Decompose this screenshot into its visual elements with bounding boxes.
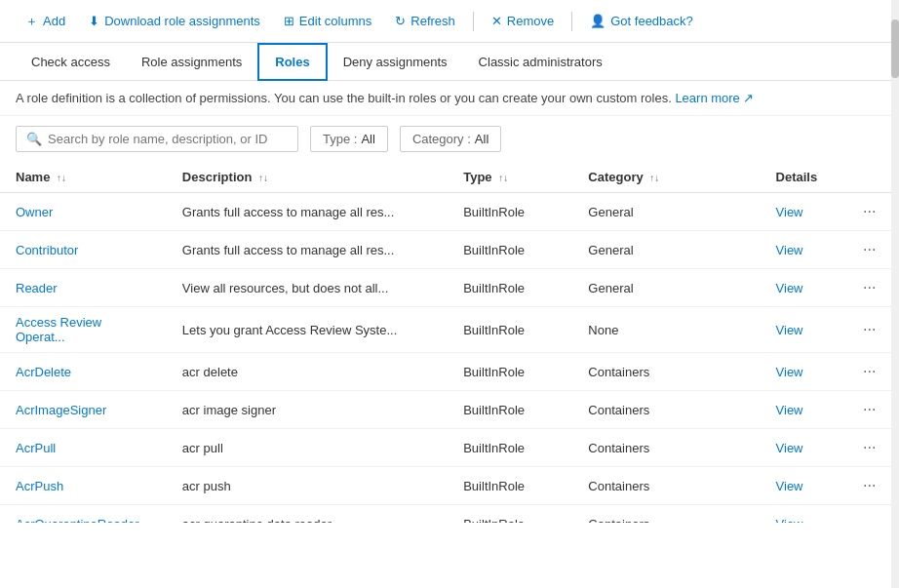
search-input[interactable] bbox=[48, 132, 288, 146]
cell-details: View bbox=[761, 505, 843, 524]
name-link[interactable]: AcrPush bbox=[16, 479, 63, 493]
table-row: Reader View all resources, but does not … bbox=[0, 269, 899, 307]
filter-bar: 🔍 Type : All Category : All bbox=[0, 116, 899, 162]
cell-description: View all resources, but does not all... bbox=[167, 269, 448, 307]
cell-type: BuiltInRole bbox=[448, 353, 572, 391]
scrollbar[interactable] bbox=[891, 0, 899, 588]
cell-details: View bbox=[761, 467, 843, 505]
cell-name: AcrQuarantineReader bbox=[0, 505, 167, 524]
cell-name: Contributor bbox=[0, 231, 167, 269]
table-body: Owner Grants full access to manage all r… bbox=[0, 193, 899, 524]
tab-classic-administrators[interactable]: Classic administrators bbox=[463, 45, 618, 79]
view-link[interactable]: View bbox=[776, 323, 803, 337]
remove-button[interactable]: ✕ Remove bbox=[482, 9, 564, 33]
category-filter[interactable]: Category : All bbox=[400, 126, 501, 152]
cell-type: BuiltInRole bbox=[448, 505, 572, 524]
separator-1 bbox=[473, 12, 474, 31]
add-button[interactable]: ＋ Add bbox=[16, 8, 75, 35]
cell-description: acr push bbox=[167, 467, 448, 505]
learn-more-link[interactable]: Learn more ↗ bbox=[675, 91, 754, 105]
tab-roles[interactable]: Roles bbox=[257, 43, 327, 81]
cell-type: BuiltInRole bbox=[448, 193, 572, 231]
more-options-button[interactable]: ··· bbox=[859, 319, 879, 340]
feedback-button[interactable]: 👤 Got feedback? bbox=[580, 9, 703, 33]
toolbar: ＋ Add ⬇ Download role assignments ⊞ Edit… bbox=[0, 0, 899, 43]
tab-deny-assignments[interactable]: Deny assignments bbox=[328, 45, 463, 79]
name-link[interactable]: AcrPull bbox=[16, 441, 56, 455]
table-row: Access Review Operat... Lets you grant A… bbox=[0, 307, 899, 353]
cell-category: Containers bbox=[572, 391, 760, 429]
cell-description: acr pull bbox=[167, 429, 448, 467]
view-link[interactable]: View bbox=[776, 205, 803, 219]
remove-icon: ✕ bbox=[491, 14, 502, 28]
cell-name: AcrImageSigner bbox=[0, 391, 167, 429]
more-options-button[interactable]: ··· bbox=[859, 513, 879, 523]
cell-type: BuiltInRole bbox=[448, 467, 572, 505]
cell-category: General bbox=[572, 231, 760, 269]
more-options-button[interactable]: ··· bbox=[859, 475, 879, 496]
name-link[interactable]: Access Review Operat... bbox=[16, 315, 101, 344]
col-header-details: Details bbox=[761, 162, 843, 193]
cell-description: acr delete bbox=[167, 353, 448, 391]
view-link[interactable]: View bbox=[776, 441, 803, 455]
view-link[interactable]: View bbox=[776, 479, 803, 493]
type-filter[interactable]: Type : All bbox=[310, 126, 388, 152]
feedback-icon: 👤 bbox=[590, 14, 606, 28]
cell-name: AcrPush bbox=[0, 467, 167, 505]
cell-type: BuiltInRole bbox=[448, 391, 572, 429]
view-link[interactable]: View bbox=[776, 403, 803, 417]
cell-name: AcrPull bbox=[0, 429, 167, 467]
name-link[interactable]: AcrImageSigner bbox=[16, 403, 106, 417]
cell-category: Containers bbox=[572, 429, 760, 467]
edit-columns-button[interactable]: ⊞ Edit columns bbox=[274, 9, 381, 33]
more-options-button[interactable]: ··· bbox=[859, 361, 879, 382]
cell-name: Reader bbox=[0, 269, 167, 307]
refresh-button[interactable]: ↻ Refresh bbox=[385, 9, 465, 33]
cell-details: View bbox=[761, 269, 843, 307]
info-text: A role definition is a collection of per… bbox=[16, 91, 672, 105]
more-options-button[interactable]: ··· bbox=[859, 201, 879, 222]
name-link[interactable]: Reader bbox=[16, 281, 58, 295]
search-icon: 🔍 bbox=[26, 132, 42, 146]
refresh-icon: ↻ bbox=[395, 14, 406, 28]
columns-icon: ⊞ bbox=[284, 14, 294, 28]
sort-icon-type: ↑↓ bbox=[498, 173, 508, 183]
table-header-row: Name ↑↓ Description ↑↓ Type ↑↓ Category … bbox=[0, 162, 899, 193]
cell-type: BuiltInRole bbox=[448, 429, 572, 467]
sort-icon-description: ↑↓ bbox=[258, 173, 268, 183]
col-header-name[interactable]: Name ↑↓ bbox=[0, 162, 167, 193]
cell-category: Containers bbox=[572, 467, 760, 505]
name-link[interactable]: Owner bbox=[16, 205, 53, 219]
more-options-button[interactable]: ··· bbox=[859, 437, 879, 458]
name-link[interactable]: AcrDelete bbox=[16, 365, 71, 379]
more-options-button[interactable]: ··· bbox=[859, 399, 879, 420]
cell-type: BuiltInRole bbox=[448, 231, 572, 269]
tab-bar: Check access Role assignments Roles Deny… bbox=[0, 43, 899, 81]
search-box[interactable]: 🔍 bbox=[16, 126, 298, 152]
more-options-button[interactable]: ··· bbox=[859, 277, 879, 298]
tab-check-access[interactable]: Check access bbox=[16, 45, 126, 79]
download-button[interactable]: ⬇ Download role assignments bbox=[79, 9, 270, 33]
name-link[interactable]: Contributor bbox=[16, 243, 78, 257]
cell-category: Containers bbox=[572, 353, 760, 391]
view-link[interactable]: View bbox=[776, 243, 803, 257]
type-filter-label: Type : bbox=[323, 132, 357, 146]
cell-type: BuiltInRole bbox=[448, 307, 572, 353]
name-link[interactable]: AcrQuarantineReader bbox=[16, 517, 138, 524]
cell-details: View bbox=[761, 231, 843, 269]
col-header-type[interactable]: Type ↑↓ bbox=[448, 162, 572, 193]
view-link[interactable]: View bbox=[776, 281, 803, 295]
table-row: AcrDelete acr delete BuiltInRole Contain… bbox=[0, 353, 899, 391]
roles-table: Name ↑↓ Description ↑↓ Type ↑↓ Category … bbox=[0, 162, 899, 523]
category-filter-value: All bbox=[475, 132, 489, 146]
cell-description: acr quarantine data reader bbox=[167, 505, 448, 524]
table-row: Owner Grants full access to manage all r… bbox=[0, 193, 899, 231]
col-header-description[interactable]: Description ↑↓ bbox=[167, 162, 448, 193]
more-options-button[interactable]: ··· bbox=[859, 239, 879, 260]
col-header-category[interactable]: Category ↑↓ bbox=[572, 162, 760, 193]
view-link[interactable]: View bbox=[776, 365, 803, 379]
add-icon: ＋ bbox=[25, 13, 38, 30]
scrollbar-thumb bbox=[891, 20, 899, 78]
tab-role-assignments[interactable]: Role assignments bbox=[126, 45, 257, 79]
view-link[interactable]: View bbox=[776, 517, 803, 524]
